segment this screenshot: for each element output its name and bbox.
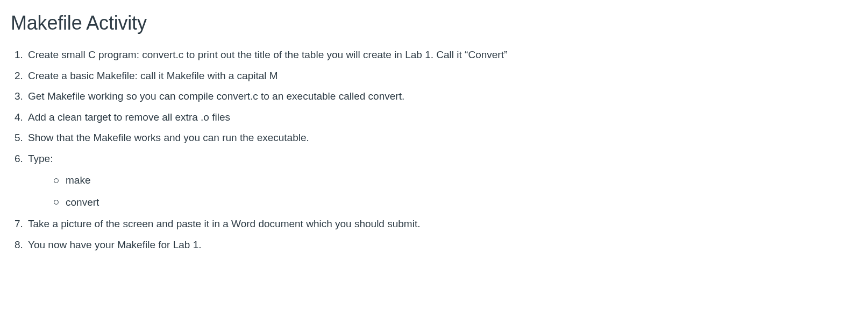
type-commands: make convert xyxy=(28,173,857,210)
list-item-text: convert xyxy=(66,197,99,208)
page-title: Makefile Activity xyxy=(11,9,857,38)
list-item-text: Create small C program: convert.c to pri… xyxy=(28,49,507,60)
list-item-text: Show that the Makefile works and you can… xyxy=(28,132,309,143)
list-item: make xyxy=(54,173,857,188)
list-item-text: Type: xyxy=(28,153,53,164)
list-item: Create a basic Makefile: call it Makefil… xyxy=(26,68,857,84)
list-item-text: make xyxy=(66,174,90,186)
list-item-text: Create a basic Makefile: call it Makefil… xyxy=(28,70,278,81)
list-item-text: You now have your Makefile for Lab 1. xyxy=(28,239,202,250)
list-item-text: Take a picture of the screen and paste i… xyxy=(28,218,420,229)
list-item-text: Add a clean target to remove all extra .… xyxy=(28,111,230,123)
list-item: You now have your Makefile for Lab 1. xyxy=(26,237,857,253)
list-item: Take a picture of the screen and paste i… xyxy=(26,216,857,232)
list-item-text: Get Makefile working so you can compile … xyxy=(28,90,404,102)
list-item: Create small C program: convert.c to pri… xyxy=(26,47,857,63)
activity-steps: Create small C program: convert.c to pri… xyxy=(11,47,857,253)
list-item: Type: make convert xyxy=(26,151,857,211)
list-item: Add a clean target to remove all extra .… xyxy=(26,110,857,125)
list-item: Show that the Makefile works and you can… xyxy=(26,130,857,146)
list-item: Get Makefile working so you can compile … xyxy=(26,89,857,104)
list-item: convert xyxy=(54,195,857,211)
